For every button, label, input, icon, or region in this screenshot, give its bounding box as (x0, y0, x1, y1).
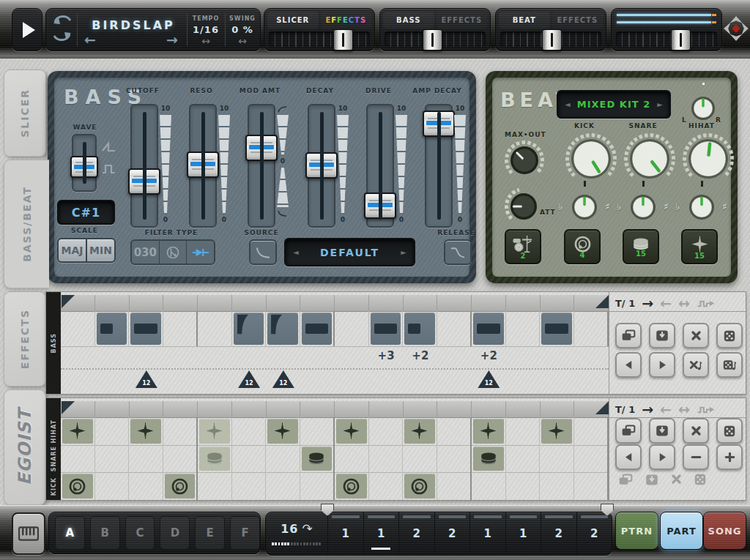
part-slot-4[interactable]: 2 (434, 512, 470, 555)
step-cell[interactable] (437, 445, 472, 473)
zigzag-icon[interactable] (697, 297, 716, 309)
reso-slider[interactable] (189, 104, 217, 228)
beat-xfade-slider[interactable] (500, 31, 601, 47)
step-cell[interactable] (267, 295, 301, 311)
step-cell[interactable] (403, 417, 437, 445)
step-cell[interactable] (437, 311, 472, 346)
step-cell[interactable] (506, 311, 541, 346)
drive-slider[interactable] (366, 104, 394, 228)
step-cell[interactable] (129, 311, 163, 346)
tempo-drag-icon[interactable]: ↔ (187, 35, 225, 47)
drumkit-pad-button[interactable]: 2 (505, 229, 541, 264)
shift-right-icon[interactable]: → (642, 406, 653, 413)
bass-effects-mode-button[interactable]: EFFECTS (437, 12, 488, 29)
step-cell[interactable] (95, 295, 130, 311)
cutoff-slider[interactable] (130, 104, 158, 228)
kick-hit[interactable] (165, 474, 196, 499)
kit-prev-arrow-icon[interactable]: ◄ (565, 100, 571, 108)
prev-button[interactable] (615, 444, 642, 470)
step-cell[interactable] (541, 295, 575, 311)
step-cell[interactable] (266, 311, 300, 346)
kick-hit[interactable] (404, 474, 435, 499)
step-cell[interactable] (300, 295, 335, 311)
step-cell[interactable] (163, 311, 198, 346)
filter-circuit-icon[interactable] (160, 241, 188, 264)
step-cell[interactable] (403, 445, 437, 473)
mod-amt-slider[interactable] (248, 104, 275, 228)
pattern-button-b[interactable]: B (90, 516, 120, 550)
step-cell[interactable] (198, 311, 232, 346)
sidebar-tab-egoist[interactable]: EGOIST (4, 389, 46, 505)
step-cell[interactable] (472, 401, 506, 417)
hihat-volume-knob[interactable] (682, 132, 735, 185)
step-cell[interactable] (300, 417, 335, 445)
step-cell[interactable] (95, 472, 130, 500)
step-cell[interactable] (232, 311, 267, 346)
step-cell[interactable] (540, 445, 574, 473)
stretch-icon[interactable]: ↔ (678, 299, 690, 307)
dice-button[interactable] (716, 418, 743, 444)
pitch-knob-hihat[interactable] (683, 188, 721, 226)
sidebar-tab-effects[interactable]: EFFECTS (4, 291, 46, 387)
release-envelope-button[interactable] (444, 239, 472, 265)
step-cell[interactable] (437, 295, 472, 311)
song-mode-button[interactable]: SONG (703, 512, 746, 550)
scale-min-button[interactable]: MIN (86, 238, 116, 263)
prev-button[interactable] (615, 352, 642, 378)
step-cell[interactable] (335, 401, 369, 417)
mod-amt-slider-handle[interactable] (245, 135, 278, 161)
step-cell[interactable] (574, 311, 609, 346)
step-cell[interactable] (369, 311, 404, 346)
hihat-hit[interactable] (473, 419, 504, 444)
step-cell[interactable] (472, 472, 506, 500)
subdivision-marker[interactable]: 12 (238, 370, 260, 388)
step-cell[interactable] (369, 401, 404, 417)
step-cell[interactable] (300, 472, 335, 500)
subdivision-marker[interactable]: 12 (478, 370, 500, 388)
bass-preset-dropdown[interactable]: ◄ DEFAULT ► (284, 238, 415, 266)
beat-xfade-handle[interactable] (542, 29, 562, 51)
step-cell[interactable] (506, 401, 541, 417)
redo-icon[interactable] (52, 31, 73, 44)
bass-note[interactable] (97, 313, 127, 345)
paste-button[interactable] (649, 323, 675, 348)
hihat-hit[interactable] (130, 419, 161, 444)
step-cell[interactable] (266, 472, 300, 500)
step-cell[interactable] (61, 417, 95, 445)
hihat-hit[interactable] (267, 419, 298, 444)
step-cell[interactable] (266, 417, 300, 445)
subdivision-marker[interactable]: 12 (272, 370, 294, 388)
bass-xfade-handle[interactable] (423, 29, 442, 51)
wave-slider-handle[interactable] (70, 156, 98, 178)
bass-note[interactable] (404, 313, 435, 345)
part-slot-2[interactable]: 1 (363, 512, 399, 555)
step-cell[interactable] (404, 401, 438, 417)
step-cell[interactable] (232, 445, 267, 473)
step-cell[interactable] (129, 445, 163, 473)
bass-note[interactable] (130, 313, 161, 345)
pattern-button-f[interactable]: F (230, 516, 260, 550)
hihat-hit[interactable] (336, 419, 367, 444)
step-cell[interactable] (129, 472, 163, 500)
sidebar-tab-bassbeat[interactable]: BASS/BEAT (4, 160, 49, 288)
tempo-control[interactable]: TEMPO 1/16 ↔ (187, 9, 225, 51)
step-cell[interactable] (472, 445, 506, 473)
hihat-hit[interactable] (541, 419, 572, 444)
step-cell[interactable] (506, 445, 541, 473)
step-cell[interactable] (369, 295, 404, 311)
kick-hit[interactable] (336, 474, 367, 499)
kit-dropdown[interactable]: ◄ MIXED KIT 2 ► (557, 90, 671, 119)
step-cell[interactable] (163, 472, 198, 500)
pattern-button-a[interactable]: A (55, 516, 85, 550)
reso-slider-handle[interactable] (187, 152, 219, 178)
step-cell[interactable] (472, 417, 506, 445)
slicer-mode-button[interactable]: SLICER (267, 12, 319, 29)
step-cell[interactable] (95, 417, 130, 445)
pitch-knob-snare[interactable] (624, 188, 662, 226)
step-cell[interactable] (198, 445, 232, 473)
step-cell[interactable] (300, 311, 335, 346)
next-button[interactable] (649, 444, 675, 470)
clear-button[interactable] (683, 323, 709, 348)
step-cell[interactable] (232, 295, 267, 311)
step-cell[interactable] (232, 401, 267, 417)
